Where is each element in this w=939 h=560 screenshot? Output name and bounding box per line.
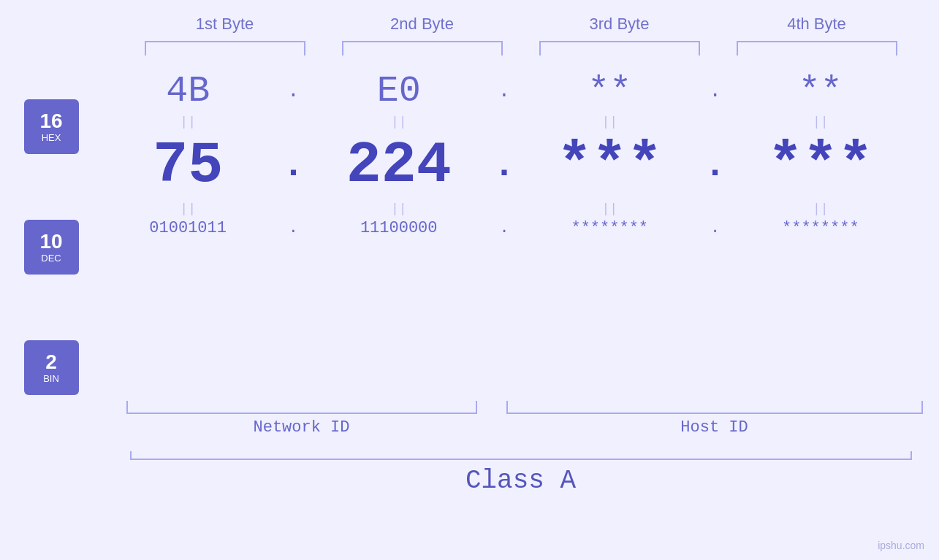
class-label: Class A [119,466,923,496]
dot-sep-5: . [490,145,519,186]
bracket-b4 [737,41,897,55]
eq1-b2: || [319,112,479,132]
eq2-b2: || [319,199,479,219]
hex-badge: 16 HEX [24,99,79,154]
bin-b3: ******** [529,219,690,237]
dec-b3: *** [529,132,690,199]
dot-sep-6: . [701,145,730,186]
bracket-b2 [342,41,503,55]
bin-badge: 2 BIN [24,340,79,395]
bottom-bracket-row [119,401,923,414]
bracket-b1 [145,41,305,55]
eq1-b4: || [740,112,901,132]
dec-row: 75 . 224 . *** . *** [102,132,906,199]
bin-badge-label: BIN [43,373,59,384]
hex-badge-label: HEX [42,132,61,143]
bracket-b3 [539,41,700,55]
byte1-header: 1st Byte [145,15,305,34]
badges-column: 16 HEX 10 DEC 2 BIN [0,70,102,395]
byte2-header: 2nd Byte [342,15,503,34]
equals-row-2: || || || || [102,199,906,219]
eq2-b1: || [107,199,268,219]
host-id-label: Host ID [506,418,923,437]
dot-sep-8: . [490,219,519,237]
bottom-label-row: Network ID Host ID [119,418,923,437]
dot-sep-1: . [278,80,308,102]
eq1-b3: || [529,112,690,132]
dec-badge-label: DEC [41,253,61,264]
top-brackets [126,41,916,55]
eq2-b4: || [740,199,901,219]
bin-badge-number: 2 [45,351,57,374]
dec-b1: 75 [107,132,268,199]
bin-b4: ******** [740,219,901,237]
dot-sep-7: . [278,219,308,237]
data-rows: 4B . E0 . ** . ** || || || || 75 [102,70,939,237]
hex-row: 4B . E0 . ** . ** [102,70,906,112]
bin-b1: 01001011 [107,219,268,237]
bin-row: 01001011 . 11100000 . ******** . *******… [102,219,906,237]
dot-sep-4: . [278,145,308,186]
network-id-bracket [126,401,477,414]
class-area: Class A [119,451,923,496]
eq2-b3: || [529,199,690,219]
dec-b2: 224 [319,132,479,199]
network-id-label: Network ID [126,418,477,437]
dot-sep-3: . [701,80,730,102]
content-area: 16 HEX 10 DEC 2 BIN 4B . E0 . ** . ** [0,70,939,395]
byte-headers: 1st Byte 2nd Byte 3rd Byte 4th Byte [126,15,916,34]
hex-b1: 4B [107,70,268,112]
dec-badge: 10 DEC [24,220,79,275]
class-bracket [130,451,912,460]
hex-b3: ** [529,70,690,112]
host-id-bracket [506,401,923,414]
dot-sep-9: . [701,219,730,237]
hex-b4: ** [740,70,901,112]
dec-b4: *** [740,132,901,199]
equals-row-1: || || || || [102,112,906,132]
byte4-header: 4th Byte [737,15,897,34]
hex-b2: E0 [319,70,479,112]
bottom-labels: Network ID Host ID [119,401,923,437]
watermark: ipshu.com [878,540,924,551]
dec-badge-number: 10 [39,231,62,253]
byte3-header: 3rd Byte [539,15,700,34]
bin-b2: 11100000 [319,219,479,237]
main-container: 1st Byte 2nd Byte 3rd Byte 4th Byte 16 H… [0,0,939,560]
eq1-b1: || [107,112,268,132]
dot-sep-2: . [490,80,519,102]
hex-badge-number: 16 [39,110,62,133]
